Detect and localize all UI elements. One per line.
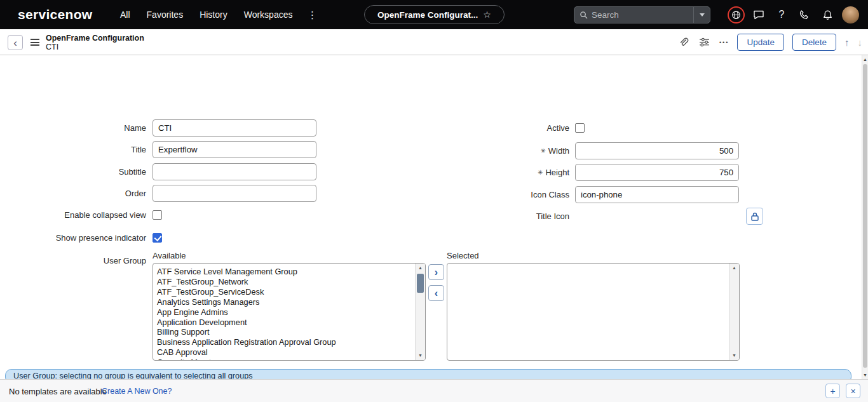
form-context-menu-icon[interactable] <box>31 39 39 48</box>
list-item[interactable]: ATF_TestGroup_Network <box>157 277 412 287</box>
mandatory-icon: ✳ <box>538 169 543 176</box>
list-item[interactable]: ATF_TestGroup_ServiceDesk <box>157 287 412 297</box>
servicenow-logo[interactable]: servicenow <box>18 7 92 22</box>
scrollbar-thumb[interactable] <box>417 274 424 293</box>
active-label: Active <box>423 123 569 133</box>
chevron-left-icon: ‹ <box>13 37 17 48</box>
nav-item-workspaces[interactable]: Workspaces <box>236 6 301 23</box>
page-scrollbar[interactable]: ▲ ▼ <box>862 55 868 379</box>
subtitle-input[interactable] <box>153 163 316 180</box>
icon-class-input[interactable] <box>575 186 739 203</box>
record-type-title: OpenFrame Configuration <box>46 34 144 43</box>
height-input[interactable] <box>575 164 739 181</box>
form-body: Name Title Subtitle Order Enable collaps… <box>0 55 862 379</box>
context-pill[interactable]: OpenFrame Configurat... ☆ <box>364 5 505 24</box>
list-item[interactable]: Application Development <box>157 318 412 328</box>
width-input[interactable] <box>575 142 739 159</box>
title-icon-lock-button[interactable] <box>746 208 763 225</box>
list-item[interactable]: CAB Approval <box>157 347 412 358</box>
available-groups-list: ATF Service Level Management GroupATF_Te… <box>153 264 415 360</box>
attachment-button[interactable] <box>677 36 690 49</box>
nav-item-favorites[interactable]: Favorites <box>139 6 192 23</box>
subtitle-label: Subtitle <box>0 167 146 177</box>
list-item[interactable]: App Engine Admins <box>157 307 412 318</box>
scroll-down-icon[interactable]: ▼ <box>416 351 425 360</box>
close-template-bar-button[interactable]: × <box>846 384 860 398</box>
scroll-up-icon[interactable]: ▲ <box>416 264 425 272</box>
search-scope-dropdown[interactable] <box>693 7 710 23</box>
scroll-up-icon[interactable]: ▲ <box>729 264 739 272</box>
icon-class-label: Icon Class <box>423 190 569 199</box>
scroll-down-icon[interactable]: ▼ <box>729 351 739 360</box>
user-menu-button[interactable] <box>839 3 862 26</box>
name-input[interactable] <box>153 119 316 137</box>
nav-more-kebab-icon[interactable]: ⋮ <box>301 5 323 25</box>
record-name-title: CTI <box>46 43 58 51</box>
delete-button[interactable]: Delete <box>792 34 836 51</box>
available-groups-listbox[interactable]: ATF Service Level Management GroupATF_Te… <box>153 263 426 361</box>
chat-button[interactable] <box>747 3 770 26</box>
active-checkbox[interactable] <box>575 123 585 133</box>
previous-record-icon[interactable]: ↑ <box>844 37 850 48</box>
lock-icon <box>751 212 759 221</box>
title-input[interactable] <box>153 141 316 158</box>
show-presence-indicator-label: Show presence indicator <box>0 233 146 243</box>
enable-collapsed-view-label: Enable collapsed view <box>0 210 146 220</box>
chat-bubble-icon <box>753 9 764 20</box>
question-mark-icon: ? <box>779 9 785 20</box>
add-template-button[interactable]: + <box>825 384 840 398</box>
list-item[interactable]: Business Application Registration Approv… <box>157 337 412 347</box>
order-label: Order <box>0 189 146 198</box>
selected-label: Selected <box>447 251 574 260</box>
template-message: No templates are available <box>9 380 107 402</box>
globe-icon <box>731 10 741 20</box>
available-listbox-scrollbar[interactable]: ▲ ▼ <box>415 264 425 360</box>
phone-button[interactable] <box>793 3 816 26</box>
more-actions-icon[interactable]: ••• <box>719 39 729 46</box>
next-record-icon[interactable]: ↓ <box>858 37 863 48</box>
list-item[interactable]: Billing Support <box>157 327 412 337</box>
name-label: Name <box>0 123 146 133</box>
move-to-available-button[interactable]: ‹ <box>428 285 444 301</box>
nav-item-history[interactable]: History <box>191 6 236 23</box>
close-icon: × <box>850 387 855 396</box>
header-icon-cluster: ? <box>724 0 862 29</box>
chevron-down-icon <box>700 13 705 17</box>
move-to-selected-button[interactable]: › <box>428 264 444 280</box>
list-item[interactable]: ATF Service Level Management Group <box>157 267 412 277</box>
update-button[interactable]: Update <box>737 34 784 51</box>
title-icon-label: Title Icon <box>423 211 569 221</box>
paperclip-icon <box>678 37 689 48</box>
scroll-down-icon[interactable]: ▼ <box>862 371 868 379</box>
back-button[interactable]: ‹ <box>8 35 23 50</box>
create-template-link[interactable]: Create A New One? <box>102 380 172 402</box>
favorite-star-icon[interactable]: ☆ <box>483 10 491 20</box>
phone-icon <box>799 10 810 20</box>
search-icon <box>580 11 588 19</box>
notifications-button[interactable] <box>816 3 839 26</box>
height-label: ✳Height <box>423 168 569 178</box>
nav-item-all[interactable]: All <box>112 6 139 23</box>
personalize-form-button[interactable] <box>698 36 711 49</box>
plus-icon: + <box>830 387 835 396</box>
scroll-up-icon[interactable]: ▲ <box>862 55 868 64</box>
show-presence-indicator-checkbox[interactable] <box>153 233 162 243</box>
scrollbar-thumb[interactable] <box>863 64 867 368</box>
global-search <box>574 6 710 23</box>
order-input[interactable] <box>153 185 316 202</box>
list-item[interactable]: Capacity Mgmt <box>157 358 412 360</box>
template-bar: No templates are available Create A New … <box>0 379 868 402</box>
enable-collapsed-view-checkbox[interactable] <box>153 210 162 220</box>
search-input[interactable] <box>588 10 693 20</box>
help-button[interactable]: ? <box>770 3 793 26</box>
system-scope-button[interactable] <box>724 3 747 26</box>
user-group-label: User Group <box>0 256 146 265</box>
primary-nav: All Favorites History Workspaces ⋮ <box>112 0 323 29</box>
selected-groups-listbox[interactable]: ▲ ▼ <box>447 263 740 361</box>
avatar <box>842 6 859 23</box>
globe-ring <box>728 6 745 23</box>
global-header: servicenow All Favorites History Workspa… <box>0 0 868 29</box>
chevron-right-icon: › <box>435 267 438 278</box>
selected-listbox-scrollbar[interactable]: ▲ ▼ <box>729 264 739 360</box>
list-item[interactable]: Analytics Settings Managers <box>157 297 412 307</box>
